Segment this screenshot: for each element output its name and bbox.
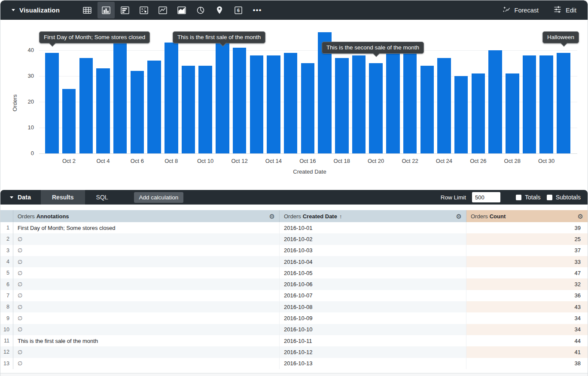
viz-type-line-button[interactable]: [154, 2, 171, 18]
bar[interactable]: [233, 48, 247, 153]
viz-type-area-button[interactable]: [173, 2, 190, 18]
count-cell[interactable]: 33: [466, 256, 588, 267]
column-gear-icon[interactable]: [578, 213, 583, 220]
bar[interactable]: [335, 58, 349, 153]
viz-type-bar-button[interactable]: [116, 2, 134, 18]
horizontal-scrollbar-track[interactable]: [0, 373, 588, 376]
annotation-cell[interactable]: ∅: [13, 358, 280, 369]
count-cell[interactable]: 47: [466, 267, 588, 278]
bar[interactable]: [472, 73, 485, 153]
count-cell[interactable]: 32: [466, 278, 588, 290]
bar[interactable]: [216, 40, 229, 153]
count-cell[interactable]: 36: [466, 290, 588, 301]
viz-type-table-button[interactable]: [79, 2, 96, 18]
column-gear-icon[interactable]: [269, 213, 275, 220]
annotation-cell[interactable]: ∅: [13, 233, 280, 245]
bar[interactable]: [352, 55, 366, 153]
count-cell[interactable]: 44: [466, 335, 588, 346]
date-cell[interactable]: 2016-10-03: [280, 245, 466, 256]
bar[interactable]: [437, 58, 451, 153]
date-cell[interactable]: 2016-10-06: [280, 278, 466, 290]
annotation-cell[interactable]: This is the first sale of the month: [13, 335, 280, 346]
annotation-cell[interactable]: ∅: [13, 346, 280, 358]
data-section-toggle[interactable]: Data: [10, 194, 41, 201]
count-cell[interactable]: 38: [466, 358, 588, 369]
bar[interactable]: [488, 50, 502, 153]
bar[interactable]: [96, 68, 110, 153]
bar[interactable]: [131, 71, 144, 153]
bar[interactable]: [62, 89, 76, 153]
forecast-button[interactable]: Forecast: [502, 5, 539, 15]
chart-annotation-tooltip[interactable]: This is the second sale of the month: [322, 42, 424, 54]
row-limit-input[interactable]: [472, 192, 500, 202]
totals-checkbox[interactable]: [516, 195, 521, 200]
count-cell[interactable]: 25: [466, 233, 588, 245]
subtotals-checkbox[interactable]: [547, 195, 552, 200]
chart-annotation-tooltip[interactable]: This is the first sale of the month: [173, 31, 265, 43]
count-cell[interactable]: 43: [466, 301, 588, 312]
annotation-cell[interactable]: ∅: [13, 324, 280, 335]
bar[interactable]: [198, 66, 212, 153]
bar[interactable]: [301, 63, 315, 153]
annotation-cell[interactable]: ∅: [13, 290, 280, 301]
bar[interactable]: [386, 53, 400, 153]
date-cell[interactable]: 2016-10-04: [280, 256, 466, 267]
edit-button[interactable]: Edit: [553, 5, 576, 15]
count-cell[interactable]: 41: [466, 346, 588, 358]
annotation-cell[interactable]: ∅: [13, 245, 280, 256]
count-cell[interactable]: 37: [466, 245, 588, 256]
column-header-annotations[interactable]: Orders Annotations: [13, 210, 280, 222]
date-cell[interactable]: 2016-10-11: [280, 335, 466, 346]
annotation-cell[interactable]: ∅: [13, 267, 280, 278]
date-cell[interactable]: 2016-10-12: [280, 346, 466, 358]
annotation-cell[interactable]: First Day of Month; Some stores closed: [13, 222, 280, 233]
bar[interactable]: [165, 43, 178, 153]
date-cell[interactable]: 2016-10-05: [280, 267, 466, 278]
bar[interactable]: [182, 66, 195, 153]
bar[interactable]: [539, 55, 553, 153]
date-cell[interactable]: 2016-10-02: [280, 233, 466, 245]
bar[interactable]: [250, 55, 264, 153]
bar[interactable]: [113, 32, 127, 153]
date-cell[interactable]: 2016-10-10: [280, 324, 466, 335]
date-cell[interactable]: 2016-10-08: [280, 301, 466, 312]
viz-type-map-button[interactable]: [211, 2, 228, 18]
totals-checkbox-group[interactable]: Totals: [516, 194, 541, 201]
bar[interactable]: [506, 73, 519, 153]
date-cell[interactable]: 2016-10-13: [280, 358, 466, 369]
add-calculation-button[interactable]: Add calculation: [134, 192, 184, 203]
bar[interactable]: [557, 53, 570, 153]
chart-annotation-tooltip[interactable]: Halloween: [542, 31, 579, 43]
annotation-cell[interactable]: ∅: [13, 312, 280, 324]
visualization-section-toggle[interactable]: Visualization: [12, 6, 76, 14]
annotation-cell[interactable]: ∅: [13, 256, 280, 267]
column-header-created-date[interactable]: Orders Created Date ↑: [280, 210, 466, 222]
bar[interactable]: [403, 43, 417, 153]
annotation-cell[interactable]: ∅: [13, 301, 280, 312]
bar[interactable]: [369, 63, 383, 153]
annotation-cell[interactable]: ∅: [13, 278, 280, 290]
bar[interactable]: [147, 61, 161, 153]
viz-type-scatter-button[interactable]: [135, 2, 152, 18]
tab-sql[interactable]: SQL: [85, 190, 119, 205]
chart-annotation-tooltip[interactable]: First Day of Month; Some stores closed: [39, 31, 150, 43]
bar[interactable]: [284, 53, 298, 153]
date-cell[interactable]: 2016-10-07: [280, 290, 466, 301]
count-cell[interactable]: 34: [466, 312, 588, 324]
viz-type-pie-button[interactable]: [192, 2, 209, 18]
bar[interactable]: [523, 55, 536, 153]
viz-type-column-button[interactable]: [97, 2, 115, 18]
bar[interactable]: [267, 55, 280, 153]
tab-results[interactable]: Results: [41, 190, 85, 205]
date-cell[interactable]: 2016-10-09: [280, 312, 466, 324]
column-header-count[interactable]: Orders Count: [466, 210, 588, 222]
viz-type-more-button[interactable]: •••: [249, 2, 266, 18]
count-cell[interactable]: 34: [466, 324, 588, 335]
bar[interactable]: [454, 76, 468, 153]
count-cell[interactable]: 39: [466, 222, 588, 233]
viz-type-single-value-button[interactable]: 6: [230, 2, 247, 18]
date-cell[interactable]: 2016-10-01: [280, 222, 466, 233]
bar[interactable]: [45, 53, 59, 153]
column-gear-icon[interactable]: [456, 213, 462, 220]
bar[interactable]: [420, 66, 434, 153]
